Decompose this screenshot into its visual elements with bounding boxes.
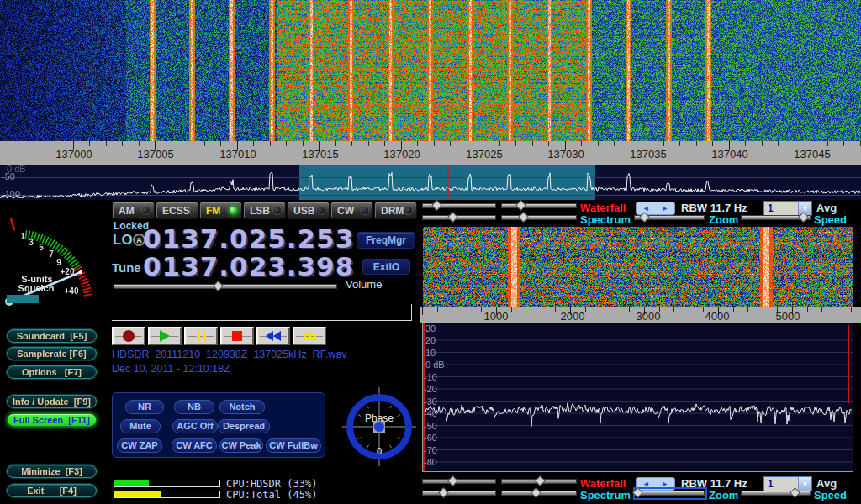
rewind-button[interactable] xyxy=(256,327,290,345)
main-spectrum-display[interactable]: 0 dB -50 -100 xyxy=(0,165,861,200)
options-button[interactable]: Options [F7] xyxy=(7,365,97,379)
recording-date: Dec 10, 2011 - 12:10:18Z xyxy=(112,363,230,375)
avg-label-2: Avg xyxy=(816,477,837,490)
spectrum-range-slider[interactable] xyxy=(501,214,577,222)
phase-knob[interactable] xyxy=(374,422,384,432)
waterfall-brightness-slider-2[interactable] xyxy=(422,478,496,486)
spectrum-label: Spectrum xyxy=(580,213,631,226)
slider-thumb[interactable] xyxy=(213,281,224,291)
avg-value: 1 xyxy=(764,202,798,215)
mode-label: FM xyxy=(206,205,220,217)
cpu-hdsdr-label: CPU:HDSDR (33%) xyxy=(226,478,317,490)
despread-button[interactable]: Despread xyxy=(218,419,270,433)
soundcard-button[interactable]: Soundcard [F5] xyxy=(7,329,97,343)
tune-frequency-display[interactable]: 0137.023.398 xyxy=(143,251,354,281)
freq-tick-label: 2000 xyxy=(547,310,598,323)
s-meter-tick-label: +40 xyxy=(65,286,79,296)
loop-button[interactable] xyxy=(293,327,326,345)
mode-led xyxy=(316,206,325,215)
phase-dial[interactable]: Phase 0 xyxy=(342,387,416,466)
mode-led xyxy=(404,206,413,215)
db-label: -30 xyxy=(424,396,437,407)
freq-tick-label: 5000 xyxy=(763,310,813,323)
spin-right-icon[interactable]: ► xyxy=(661,480,668,488)
squelch-level-bar[interactable] xyxy=(7,295,39,303)
main-waterfall-display[interactable] xyxy=(0,0,861,141)
mode-button-lsb[interactable]: LSB xyxy=(243,202,286,219)
mode-label: USB xyxy=(293,205,314,217)
play-icon xyxy=(160,330,170,342)
volume-label: Volume xyxy=(346,278,382,291)
rx-frequency-scale[interactable]: 1000 2000 3000 4000 5000 xyxy=(420,307,861,323)
rx-waterfall-display[interactable] xyxy=(423,227,853,307)
waterfall-shift-spinner-2[interactable]: ◄ ► xyxy=(636,477,675,491)
freq-tick-label: 137005 xyxy=(126,148,185,160)
divider xyxy=(411,304,412,321)
volume-slider[interactable] xyxy=(114,283,337,291)
zoom-label-2: Zoom xyxy=(709,489,738,501)
db-label: -40 xyxy=(424,408,437,418)
cw-peak-button[interactable]: CW Peak xyxy=(219,438,263,453)
rbw-label-2: RBW 11.7 Hz xyxy=(681,477,747,490)
spectrum-range-slider-2[interactable] xyxy=(501,490,577,497)
cw-zap-button[interactable]: CW ZAP xyxy=(117,438,162,453)
zoom-slider[interactable] xyxy=(634,214,705,222)
exit-button[interactable]: Exit [F4] xyxy=(7,484,97,497)
cw-afc-button[interactable]: CW AFC xyxy=(172,438,217,453)
mute-button[interactable]: Mute xyxy=(120,419,161,433)
lo-frequency-display[interactable]: 0137.025.253 xyxy=(143,223,354,254)
extio-button[interactable]: ExtIO xyxy=(362,259,410,275)
spin-right-icon[interactable]: ► xyxy=(661,204,668,213)
pause-icon xyxy=(197,331,206,342)
main-spectrum-canvas[interactable] xyxy=(0,165,861,200)
spectrum-gain-slider[interactable] xyxy=(422,214,496,222)
cpu-hdsdr-fill xyxy=(114,480,149,486)
waterfall-brightness-slider[interactable] xyxy=(422,202,496,210)
speed-slider-2[interactable] xyxy=(741,490,811,497)
mode-button-ecss[interactable]: ECSS xyxy=(156,202,198,219)
mode-label: DRM xyxy=(381,205,404,217)
zoom-slider-2[interactable] xyxy=(636,490,705,497)
recorder-toolbar xyxy=(112,327,330,345)
stop-button[interactable] xyxy=(220,327,254,345)
pause-button[interactable] xyxy=(184,327,218,345)
freq-tick-label: 3000 xyxy=(623,310,673,323)
notch-button[interactable]: Notch xyxy=(219,400,265,414)
cpu-total-fill xyxy=(114,491,161,497)
record-button[interactable] xyxy=(112,327,145,345)
rbw-label: RBW 11.7 Hz xyxy=(681,202,747,214)
freqmgr-button[interactable]: FreqMgr xyxy=(357,232,415,249)
freq-tick-label: 137015 xyxy=(291,148,350,160)
minimize-button[interactable]: Minimize [F3] xyxy=(7,465,97,478)
nb-button[interactable]: NB xyxy=(174,400,214,414)
freq-tick-label: 137025 xyxy=(455,148,514,160)
cw-fullbw-button[interactable]: CW FullBw xyxy=(266,438,321,453)
cpu-total-bar xyxy=(114,491,220,498)
mode-button-cw[interactable]: CW xyxy=(330,202,373,219)
speed-slider[interactable] xyxy=(741,214,811,222)
rx-spectrum-display[interactable]: 30 20 10 0 dB -10 -20 -30 -40 -50 -60 -7… xyxy=(422,323,853,472)
main-frequency-scale[interactable]: 137000 137005 137010 137015 137020 13702… xyxy=(0,141,861,165)
s-meter-tick-label: 1 xyxy=(20,232,25,241)
waterfall-contrast-slider[interactable] xyxy=(501,202,577,210)
slider-track[interactable] xyxy=(114,284,337,289)
nr-button[interactable]: NR xyxy=(125,400,164,414)
mode-button-drm[interactable]: DRM xyxy=(374,202,417,219)
spin-left-icon[interactable]: ◄ xyxy=(642,204,650,213)
chevron-down-icon[interactable]: ▾ xyxy=(798,477,811,491)
phase-zero-label: 0 xyxy=(377,446,382,456)
spin-left-icon[interactable]: ◄ xyxy=(642,480,650,488)
info-update-button[interactable]: Info / Update [F9] xyxy=(7,395,97,408)
play-button[interactable] xyxy=(148,327,182,345)
mode-button-fm[interactable]: FM xyxy=(199,202,242,219)
spectrum-gain-slider-2[interactable] xyxy=(422,490,496,497)
mode-button-am[interactable]: AM xyxy=(112,202,155,219)
mode-button-usb[interactable]: USB xyxy=(287,202,330,219)
s-meter-peak-mark xyxy=(11,218,14,230)
samplerate-button[interactable]: Samplerate [F6] xyxy=(7,347,97,360)
waterfall-contrast-slider-2[interactable] xyxy=(501,478,577,486)
fullscreen-button[interactable]: Full Screen [F11] xyxy=(7,413,97,427)
rx-spectrum-canvas[interactable] xyxy=(423,323,853,471)
cpu-total-label: CPU:Total (45%) xyxy=(226,489,317,501)
agc-button[interactable]: AGC Off xyxy=(172,419,218,433)
